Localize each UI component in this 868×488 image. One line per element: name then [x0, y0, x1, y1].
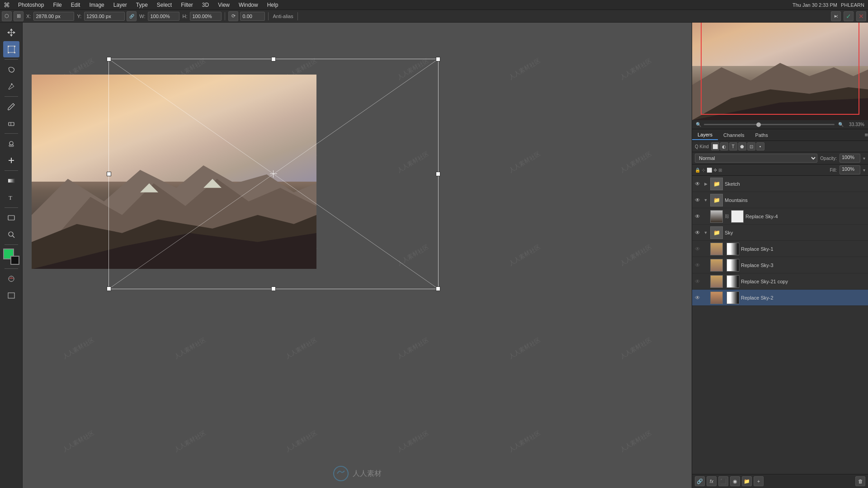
fill-chevron[interactable]: ▾: [863, 168, 865, 173]
menu-help[interactable]: Help: [264, 1, 282, 9]
paths-tab[interactable]: Paths: [750, 131, 774, 140]
shape-tool[interactable]: [3, 210, 19, 226]
menu-file[interactable]: File: [49, 1, 65, 9]
kind-type-icon[interactable]: T: [729, 142, 737, 150]
layer-fx-btn[interactable]: fx: [707, 476, 717, 486]
screen-mode-tool[interactable]: [3, 287, 19, 304]
healing-tool[interactable]: [3, 152, 19, 169]
apple-menu[interactable]: ⌘: [4, 1, 10, 9]
handle-bottom-right[interactable]: [436, 286, 440, 291]
expand-mountains[interactable]: ▼: [703, 197, 708, 203]
zoom-slider-track[interactable]: [704, 124, 835, 125]
warp-icon[interactable]: ⧔: [831, 11, 841, 21]
confirm-icon[interactable]: ✓: [844, 11, 854, 21]
transform-icon: ⬡: [2, 11, 12, 21]
handle-middle-left[interactable]: [107, 172, 111, 176]
pen-tool[interactable]: [3, 78, 19, 94]
handle-middle-right[interactable]: [436, 172, 440, 176]
w-input[interactable]: [148, 12, 179, 21]
kind-smart-icon[interactable]: ⊡: [747, 142, 755, 150]
link-icon[interactable]: 🔗: [127, 11, 137, 21]
visibility-mountains[interactable]: 👁: [694, 197, 701, 204]
handle-top-left[interactable]: [107, 57, 111, 61]
transform-center[interactable]: [270, 170, 277, 178]
menu-window[interactable]: Window: [235, 1, 262, 9]
transform-container[interactable]: [108, 59, 439, 289]
kind-shape-icon[interactable]: ⬟: [738, 142, 746, 150]
layer-group-btn[interactable]: 📁: [742, 476, 752, 486]
opacity-value[interactable]: 100%: [840, 154, 860, 163]
kind-extra-icon[interactable]: •: [756, 142, 764, 150]
wm11: 人人素材社区: [453, 94, 596, 230]
thumb-sketch: 📁: [710, 178, 723, 190]
h-input[interactable]: [190, 12, 222, 21]
visibility-replace-sky-4[interactable]: 👁: [694, 213, 701, 220]
svg-point-25: [334, 466, 348, 481]
menu-image[interactable]: Image: [85, 1, 108, 9]
layer-mask-btn[interactable]: ⬛: [718, 476, 728, 486]
visibility-sky[interactable]: 👁: [694, 229, 701, 236]
visibility-replace-sky-2[interactable]: 👁: [694, 294, 701, 301]
pos-lock-icon: ✥: [713, 168, 717, 173]
channels-tab[interactable]: Channels: [718, 131, 750, 140]
menu-filter[interactable]: Filter: [177, 1, 197, 9]
menu-photoshop[interactable]: Photoshop: [14, 1, 47, 9]
expand-sketch[interactable]: ▶: [703, 181, 708, 187]
layer-new-btn[interactable]: +: [754, 476, 764, 486]
layer-adj-btn[interactable]: ◉: [730, 476, 740, 486]
handle-bottom-left[interactable]: [107, 286, 111, 291]
layer-item-replace-sky-3[interactable]: 👁 Replace Sky-3: [692, 257, 868, 273]
menu-layer[interactable]: Layer: [110, 1, 131, 9]
move-tool[interactable]: [3, 24, 19, 41]
layers-tab[interactable]: Layers: [692, 130, 718, 140]
lasso-tool[interactable]: [3, 61, 19, 78]
wm29: 人人素材社区: [453, 373, 596, 488]
wm12: 人人素材社区: [564, 94, 692, 230]
opacity-chevron[interactable]: ▾: [863, 156, 865, 161]
layer-link-btn[interactable]: 🔗: [695, 476, 705, 486]
menu-type[interactable]: Type: [132, 1, 151, 9]
brush-tool[interactable]: [3, 99, 19, 115]
layers-options[interactable]: ≡: [864, 131, 868, 138]
layer-item-replace-sky-2[interactable]: 👁 Replace Sky-2: [692, 290, 868, 306]
layer-item-sky[interactable]: 👁 ▼ 📁 Sky: [692, 225, 868, 241]
blend-mode-select[interactable]: Normal: [695, 154, 817, 163]
y-input[interactable]: [84, 12, 125, 21]
angle-input[interactable]: [240, 12, 265, 21]
kind-adjust-icon[interactable]: ◐: [720, 142, 728, 150]
quickmask-tool[interactable]: [3, 271, 19, 287]
handle-bottom-center[interactable]: [271, 286, 276, 291]
layer-item-replace-sky-21[interactable]: 👁 Replace Sky-21 copy: [692, 273, 868, 290]
cancel-icon[interactable]: ✕: [856, 11, 866, 21]
x-input[interactable]: [33, 12, 74, 21]
eraser-tool[interactable]: [3, 115, 19, 131]
layer-item-replace-sky-1[interactable]: 👁 Replace Sky-1: [692, 241, 868, 257]
menu-select[interactable]: Select: [153, 1, 175, 9]
fill-row: 🔒 ⊹ ⬜ ✥ ⊞ Fill: 100% ▾: [692, 164, 868, 176]
stamp-tool[interactable]: [3, 136, 19, 152]
gradient-tool[interactable]: [3, 173, 19, 189]
handle-top-center[interactable]: [271, 57, 276, 61]
layer-item-mountains[interactable]: 👁 ▼ 📁 Mountains: [692, 192, 868, 208]
svg-rect-2: [14, 46, 15, 47]
layer-item-sketch[interactable]: 👁 ▶ 📁 Sketch: [692, 176, 868, 192]
nav-view-rect[interactable]: [701, 17, 859, 115]
layer-name-replace-sky-2: Replace Sky-2: [741, 295, 866, 300]
text-tool[interactable]: T: [3, 189, 19, 206]
menu-edit[interactable]: Edit: [67, 1, 84, 9]
fill-value[interactable]: 100%: [840, 165, 860, 174]
kind-pixel-icon[interactable]: ⬜: [711, 142, 719, 150]
bottom-watermark: 人人素材: [333, 465, 382, 482]
layer-name-replace-sky-3: Replace Sky-3: [741, 263, 866, 268]
handle-top-right[interactable]: [436, 57, 440, 61]
background-color[interactable]: [10, 256, 19, 265]
zoom-slider-thumb[interactable]: [756, 122, 761, 127]
expand-sky[interactable]: ▼: [703, 230, 708, 235]
visibility-sketch[interactable]: 👁: [694, 180, 701, 188]
layer-delete-btn[interactable]: 🗑: [855, 476, 865, 486]
menu-3d[interactable]: 3D: [198, 1, 212, 9]
layer-item-replace-sky-4[interactable]: 👁 ⛓ Replace Sky-4: [692, 208, 868, 225]
transform-tool[interactable]: [3, 41, 19, 57]
zoom-tool[interactable]: [3, 226, 19, 243]
menu-view[interactable]: View: [214, 1, 233, 9]
